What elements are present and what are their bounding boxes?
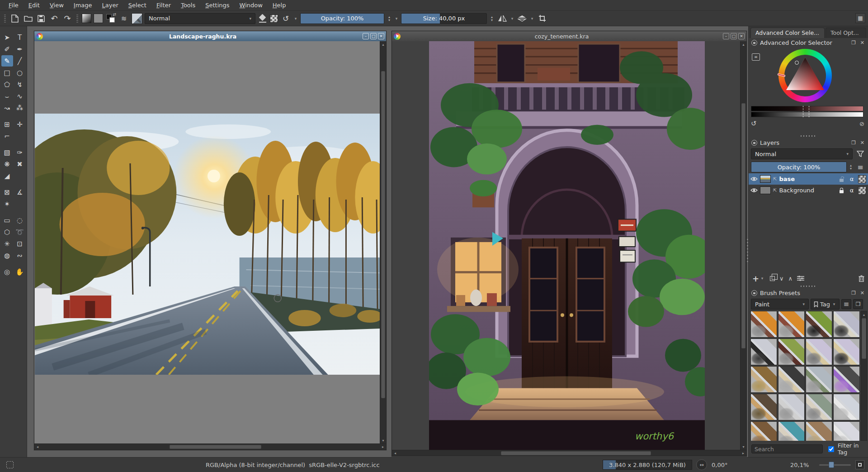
refresh-colors-icon[interactable]: ↺ [751,119,757,128]
tool-line[interactable]: ╱ [14,55,26,67]
tool-smart-patch[interactable]: ✖ [14,158,26,170]
tool-polygon-select[interactable]: ⬡ [1,226,13,238]
preset-menu-button[interactable]: ≡ [841,299,851,309]
tool-ellipse-select[interactable]: ◌ [14,215,26,226]
tool-ellipse[interactable]: ○ [14,67,26,78]
menu-select[interactable]: Select [123,1,151,10]
vertical-mirror-button[interactable] [517,13,528,24]
scroll-right-icon[interactable]: ▸ [740,451,746,455]
tool-color-sampler[interactable]: ✑ [14,147,26,158]
brush-preset-10[interactable] [778,366,805,393]
close-docker-icon[interactable]: ✕ [859,40,865,46]
opacity-spinner[interactable]: ▴▾ [387,15,392,22]
tool-freehand-path[interactable]: ∿ [14,91,26,102]
eraser-mode-button[interactable] [258,14,268,24]
float-docker-icon[interactable]: ❐ [850,140,857,146]
size-spinner[interactable]: ▴▾ [489,15,495,22]
scroll-left-icon[interactable]: ◂ [34,445,41,449]
layer-lock-toggle[interactable] [837,175,845,183]
canvas-landscape[interactable]: ▴ ▾ [34,41,386,443]
brush-size-slider[interactable]: Size: 40,00 px [401,13,487,24]
titlebar-tenement[interactable]: cozy_tenement.kra – □ ✕ [392,31,746,41]
move-layer-down-button[interactable]: ∨ [779,275,784,282]
tool-transform[interactable]: ⊞ [1,119,13,130]
float-docker-icon[interactable]: ❐ [850,40,857,46]
menu-help[interactable]: Help [268,1,291,10]
titlebar-landscape[interactable]: Landscape-raghu.kra – □ ✕ [34,31,386,41]
toolbar-grip[interactable] [4,14,6,23]
workspace-chooser-button[interactable]: ▦ [855,13,865,23]
layer-lock-toggle[interactable] [837,186,845,195]
redo-button[interactable]: ↷ [62,13,73,24]
vertical-scrollbar[interactable]: ▴ ▾ [380,41,386,443]
docker-lock-icon[interactable] [751,40,757,46]
move-layer-up-button[interactable]: ∧ [788,275,793,282]
tool-magnetic-select[interactable]: ∾ [14,250,26,261]
brush-preset-2[interactable] [778,311,805,338]
preset-scrollbar[interactable]: ▴ [861,311,867,441]
brush-preset-6[interactable] [778,339,805,365]
brush-preset-20[interactable] [833,421,860,441]
docker-resize-handle[interactable] [749,284,868,288]
blend-mode-select[interactable]: Normal ▾ [145,13,255,24]
menu-edit[interactable]: Edit [24,1,45,10]
add-layer-button[interactable]: + [752,274,759,283]
toolbar-grip[interactable] [76,14,78,23]
close-docker-icon[interactable]: ✕ [859,290,865,296]
minimize-button[interactable]: – [723,33,729,39]
tab-advanced-color-selector[interactable]: Advanced Color Sele... [750,28,825,38]
layer-visibility-icon[interactable] [750,176,758,181]
shade-bar-hue[interactable] [751,106,863,111]
tool-bezier-select[interactable]: ⊡ [14,238,26,249]
horizontal-scrollbar[interactable]: ◂ ▸ [34,443,386,450]
layer-properties-button[interactable] [797,276,804,281]
brush-preset-16[interactable] [833,394,860,420]
tool-edit-shapes[interactable]: ✐ [1,43,13,55]
close-button[interactable]: ✕ [378,33,384,39]
layer-alpha-toggle[interactable]: α [848,186,856,195]
tool-multibrush[interactable]: ⁂ [14,102,26,114]
brush-preset-3[interactable] [806,311,832,338]
brush-preset-8[interactable] [833,339,860,365]
brush-preset-12[interactable] [833,366,860,393]
float-docker-icon[interactable]: ❐ [850,290,857,296]
brush-preset-13[interactable] [750,394,777,420]
trim-canvas-button[interactable] [537,13,547,24]
minimize-button[interactable]: – [363,33,369,39]
layer-filter-icon[interactable] [855,149,866,159]
brush-preset-4[interactable] [833,311,860,338]
canvas-rotation-icon[interactable]: ↔ [696,459,707,470]
scroll-up-icon[interactable]: ▴ [863,311,865,318]
brush-preset-9[interactable] [750,366,777,393]
brush-search-input[interactable] [751,444,823,453]
tool-contiguous-select[interactable]: ◍ [1,250,13,261]
scroll-down-icon[interactable]: ▾ [741,443,746,450]
hue-wheel[interactable] [778,49,832,102]
color-cursor[interactable] [795,61,799,65]
layer-opacity-slider[interactable]: Opacity: 100% [751,162,847,172]
tool-rect-select[interactable]: ▭ [1,215,13,226]
tool-fill[interactable]: ◢ [1,170,13,181]
layer-list-menu-icon[interactable]: ≡ [855,162,866,172]
tool-calligraphy[interactable]: ✒ [14,43,26,55]
maximize-button[interactable]: □ [731,33,737,39]
layer-alpha-toggle[interactable]: α [848,175,856,183]
menu-file[interactable]: File [4,1,24,10]
menu-view[interactable]: View [45,1,69,10]
preset-tag-select[interactable]: Paint ▾ [751,299,809,310]
maximize-button[interactable]: □ [370,33,377,39]
menu-tools[interactable]: Tools [176,1,200,10]
tool-similar-color-select[interactable]: ✳ [1,238,13,249]
docker-resize-handle[interactable] [749,134,868,138]
tool-crop[interactable]: ⌐ [1,130,13,142]
duplicate-layer-button[interactable] [769,276,775,281]
layer-alpha-inherit-toggle[interactable] [858,186,866,195]
shade-bar-value[interactable] [751,112,863,117]
foreground-background-colors[interactable]: ⇄ [105,13,116,24]
saturation-value-triangle[interactable] [785,57,825,92]
menu-filter[interactable]: Filter [151,1,176,10]
menu-settings[interactable]: Settings [200,1,234,10]
brush-preset-14[interactable] [778,394,805,420]
preserve-alpha-button[interactable] [270,14,278,23]
brush-preset-11[interactable] [806,366,832,393]
